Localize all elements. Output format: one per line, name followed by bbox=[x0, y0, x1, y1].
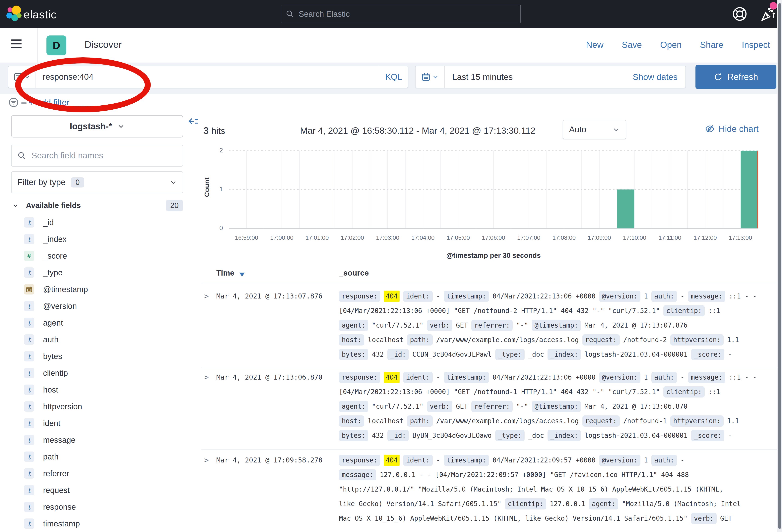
field-value: /notfound-2 bbox=[623, 336, 667, 344]
field-item-httpversion[interactable]: thttpversion bbox=[11, 398, 190, 415]
field-item-host[interactable]: thost bbox=[11, 381, 190, 398]
y-tick-label: 0 bbox=[209, 224, 223, 232]
show-dates-link[interactable]: Show dates bbox=[633, 72, 685, 82]
field-item-id[interactable]: t_id bbox=[11, 214, 190, 231]
date-picker-box[interactable]: Last 15 minutes Show dates bbox=[415, 66, 686, 88]
field-item-path[interactable]: tpath bbox=[11, 448, 190, 465]
field-item-type[interactable]: t_type bbox=[11, 264, 190, 281]
field-value: ::1 - - bbox=[729, 373, 757, 381]
field-item-referrer[interactable]: treferrer bbox=[11, 465, 190, 482]
date-quick-menu-button[interactable] bbox=[416, 66, 445, 88]
field-chip: _score: bbox=[691, 430, 724, 441]
field-item-request[interactable]: trequest bbox=[11, 482, 190, 498]
text-type-icon: t bbox=[24, 267, 34, 278]
field-value: "Mozilla/5.0 (Macintosh; Intel bbox=[622, 500, 741, 508]
index-pattern-select[interactable]: logstash-* bbox=[11, 115, 183, 138]
expand-row-icon[interactable]: > bbox=[204, 456, 209, 464]
expand-row-icon[interactable]: > bbox=[204, 373, 209, 382]
query-input[interactable]: response:404 bbox=[35, 72, 379, 82]
elastic-logo-icon[interactable] bbox=[6, 5, 23, 22]
global-search-input[interactable]: Search Elastic bbox=[281, 5, 521, 23]
share-button[interactable]: Share bbox=[700, 40, 723, 50]
field-item-clientip[interactable]: tclientip bbox=[11, 365, 190, 381]
field-item-timestamp[interactable]: ttimestamp bbox=[11, 515, 190, 532]
field-item-auth[interactable]: tauth bbox=[11, 331, 190, 348]
field-item-timestamp[interactable]: @timestamp bbox=[11, 281, 190, 298]
gridline-vertical bbox=[564, 151, 564, 228]
filter-icon[interactable] bbox=[8, 97, 19, 108]
field-item-score[interactable]: #_score bbox=[11, 248, 190, 264]
nav-actions: New Save Open Share Inspect bbox=[586, 40, 770, 50]
time-range-value[interactable]: Last 15 minutes bbox=[445, 72, 633, 82]
column-header-time[interactable]: Time bbox=[216, 269, 234, 277]
field-item-version[interactable]: t@version bbox=[11, 298, 190, 314]
field-value: _doc bbox=[528, 431, 544, 439]
scrollbar-thumb[interactable] bbox=[778, 3, 781, 529]
gridline-vertical bbox=[546, 151, 546, 228]
field-item-response[interactable]: tresponse bbox=[11, 498, 190, 515]
available-fields-header[interactable]: Available fields 20 bbox=[11, 198, 183, 213]
chevron-down-icon bbox=[12, 202, 19, 208]
filter-by-type-select[interactable]: Filter by type 0 bbox=[11, 172, 183, 193]
histogram-bar[interactable] bbox=[617, 189, 634, 228]
inspect-button[interactable]: Inspect bbox=[742, 40, 770, 50]
field-chip: message: bbox=[339, 469, 376, 481]
collapse-sidebar-icon[interactable] bbox=[188, 116, 199, 127]
saved-query-menu-button[interactable] bbox=[8, 66, 35, 88]
histogram-bar[interactable] bbox=[741, 151, 758, 228]
field-name: agent bbox=[43, 318, 63, 327]
text-type-icon: t bbox=[24, 519, 34, 529]
field-value: 04/Mar/2021:22:09:57 +0000 bbox=[493, 456, 596, 464]
text-type-icon: t bbox=[24, 317, 34, 328]
menu-icon[interactable] bbox=[11, 39, 22, 51]
add-filter-button[interactable]: + Add filter bbox=[29, 98, 69, 107]
field-chip: ident: bbox=[403, 455, 432, 466]
app-badge[interactable]: D bbox=[46, 35, 66, 55]
field-value: logstash-2021.03.04-000001 bbox=[584, 431, 687, 439]
field-chip: httpversion: bbox=[670, 415, 723, 427]
field-chip: bytes: bbox=[339, 430, 368, 441]
query-input-box[interactable]: response:404 KQL bbox=[8, 66, 408, 88]
divider bbox=[37, 28, 38, 63]
x-axis-title: @timestamp per 30 seconds bbox=[229, 252, 758, 259]
highlight-value: 404 bbox=[384, 291, 400, 302]
save-button[interactable]: Save bbox=[622, 40, 642, 50]
query-language-button[interactable]: KQL bbox=[379, 66, 408, 88]
field-search-input[interactable]: Search field names bbox=[11, 145, 183, 166]
text-type-icon: t bbox=[24, 468, 34, 479]
x-tick-label: 17:13:00 bbox=[722, 234, 758, 241]
field-item-agent[interactable]: tagent bbox=[11, 314, 190, 331]
x-tick-label: 17:01:00 bbox=[299, 234, 335, 241]
field-item-bytes[interactable]: tbytes bbox=[11, 348, 190, 365]
help-icon[interactable] bbox=[731, 6, 748, 22]
gridline-horizontal bbox=[229, 189, 758, 190]
open-button[interactable]: Open bbox=[660, 40, 682, 50]
field-value: "-" bbox=[516, 321, 528, 329]
field-item-ident[interactable]: tident bbox=[11, 415, 190, 431]
refresh-button[interactable]: Refresh bbox=[696, 65, 776, 89]
new-button[interactable]: New bbox=[586, 40, 604, 50]
field-value: Mar 4, 2021 @ 17:13:06.870 bbox=[584, 403, 687, 410]
field-value: [04/Mar/2021:22:13:06 +0000] "GET /notfo… bbox=[339, 388, 660, 396]
sort-desc-icon[interactable] bbox=[239, 273, 245, 276]
field-chip: request: bbox=[582, 334, 620, 345]
gridline-vertical bbox=[705, 151, 705, 228]
gridline-vertical bbox=[370, 151, 370, 228]
hide-chart-button[interactable]: Hide chart bbox=[705, 124, 759, 134]
gridline-vertical bbox=[529, 151, 529, 228]
gridline-vertical bbox=[722, 151, 723, 228]
field-item-message[interactable]: tmessage bbox=[11, 431, 190, 448]
field-value: localhost bbox=[368, 336, 403, 344]
highlight-value: 404 bbox=[384, 455, 400, 466]
field-chip: _score: bbox=[691, 349, 724, 360]
field-name: response bbox=[43, 502, 76, 511]
gridline-vertical bbox=[740, 151, 741, 228]
search-icon bbox=[17, 151, 26, 160]
interval-select[interactable]: Auto bbox=[563, 120, 626, 139]
filter-count-badge: 0 bbox=[71, 177, 84, 188]
text-type-icon: t bbox=[24, 418, 34, 428]
field-item-index[interactable]: t_index bbox=[11, 231, 190, 248]
chevron-down-icon bbox=[24, 74, 30, 80]
field-value: 1.1 bbox=[727, 336, 739, 344]
expand-row-icon[interactable]: > bbox=[204, 292, 209, 301]
